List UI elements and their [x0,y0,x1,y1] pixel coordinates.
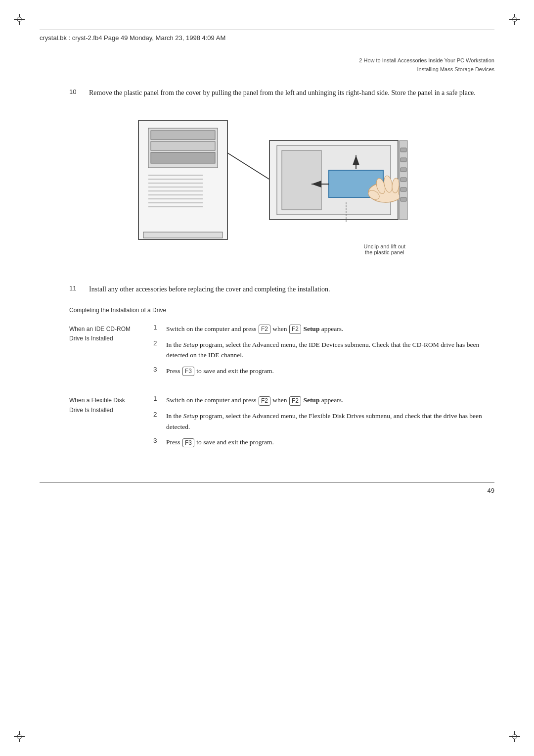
setup-italic-2: Setup [183,412,198,420]
step-10-block: 10 Remove the plastic panel from the cov… [69,88,485,98]
step-11-number: 11 [69,284,89,295]
completing-header-container: Completing the Installation of a Drive [69,307,494,314]
step-11-block: 11 Install any other accessories before … [69,284,485,295]
header-rule [40,30,494,30]
page: crystal.bk : cryst-2.fb4 Page 49 Monday,… [0,0,534,756]
flex-item-2: 2 In the Setup program, select the Advan… [153,411,494,432]
ide-item-3: 3 Press F3 to save and exit the program. [153,366,494,377]
flex-item-1-text: Switch on the computer and press F2 when… [166,395,343,406]
ide-numbered-list: 1 Switch on the computer and press F2 wh… [153,324,494,381]
flex-item-3: 3 Press F3 to save and exit the program. [153,437,494,448]
section-info-line2: Installing Mass Storage Devices [40,65,494,74]
ide-section: When an IDE CD-ROM Drive Is Installed 1 … [69,324,494,381]
reg-mark-br [509,731,520,742]
footer-rule [40,482,494,483]
flex-item-1: 1 Switch on the computer and press F2 wh… [153,395,494,406]
reg-mark-bl [14,731,25,742]
svg-rect-33 [400,178,406,182]
illustration-caption: Unclip and lift out the plastic panel [364,243,405,255]
ide-item-2-text: In the Setup program, select the Advance… [166,339,494,361]
setup-bold-1: Setup [303,325,319,332]
ide-item-2-num: 2 [153,339,166,361]
flex-item-3-text: Press F3 to save and exit the program. [166,437,274,448]
f3-keycap-1: F3 [182,367,194,376]
step-10-text: Remove the plastic panel from the cover … [89,88,476,98]
ide-side-label: When an IDE CD-ROM Drive Is Installed [69,324,153,381]
section-info: 2 How to Install Accessories Inside Your… [40,56,494,74]
caption-line2: the plastic panel [364,249,405,255]
flex-section: When a Flexible Disk Drive Is Installed … [69,395,494,452]
f2-keycap-3: F2 [259,396,270,406]
svg-rect-15 [143,232,222,238]
header-text: crystal.bk : cryst-2.fb4 Page 49 Monday,… [40,34,494,42]
f3-keycap-2: F3 [182,438,194,448]
ide-labeled-section: When an IDE CD-ROM Drive Is Installed 1 … [69,324,494,381]
flex-labeled-section: When a Flexible Disk Drive Is Installed … [69,395,494,452]
flex-side-label: When a Flexible Disk Drive Is Installed [69,395,153,452]
svg-rect-31 [400,158,406,162]
flex-item-2-num: 2 [153,411,166,432]
flex-item-2-text: In the Setup program, select the Advance… [166,411,494,432]
svg-rect-34 [400,188,406,191]
svg-rect-4 [151,142,215,150]
step-10-number: 10 [69,88,89,98]
svg-rect-30 [400,148,406,152]
ide-item-1-text: Switch on the computer and press F2 when… [166,324,343,334]
ide-item-3-text: Press F3 to save and exit the program. [166,366,274,377]
flex-label-line1: When a Flexible Disk [69,396,153,405]
setup-bold-2: Setup [303,396,319,404]
svg-rect-3 [151,131,215,140]
svg-rect-19 [282,150,321,210]
ide-item-1-num: 1 [153,324,166,334]
caption-line1: Unclip and lift out [364,243,405,249]
flex-item-3-num: 3 [153,437,166,448]
f2-keycap-1: F2 [259,325,270,334]
flex-item-1-num: 1 [153,395,166,406]
ide-item-1: 1 Switch on the computer and press F2 wh… [153,324,494,334]
ide-item-2: 2 In the Setup program, select the Advan… [153,339,494,361]
page-number: 49 [40,487,494,494]
f2-keycap-4: F2 [289,396,301,406]
completing-header: Completing the Installation of a Drive [69,307,494,314]
flex-numbered-list: 1 Switch on the computer and press F2 wh… [153,395,494,452]
svg-rect-35 [400,197,406,201]
ide-label-line2: Drive Is Installed [69,334,153,343]
flex-label-line2: Drive Is Installed [69,406,153,415]
ide-label-line1: When an IDE CD-ROM [69,325,153,334]
f2-keycap-2: F2 [289,325,301,334]
svg-rect-5 [151,152,215,163]
reg-mark-tr [509,14,520,25]
step-11-text: Install any other accessories before rep… [89,284,330,295]
ide-item-3-num: 3 [153,366,166,377]
section-info-line1: 2 How to Install Accessories Inside Your… [40,56,494,65]
setup-italic-1: Setup [183,341,198,348]
illustration-container: Unclip and lift out the plastic panel [40,111,494,269]
reg-mark-tl [14,14,25,25]
svg-rect-32 [400,168,406,172]
